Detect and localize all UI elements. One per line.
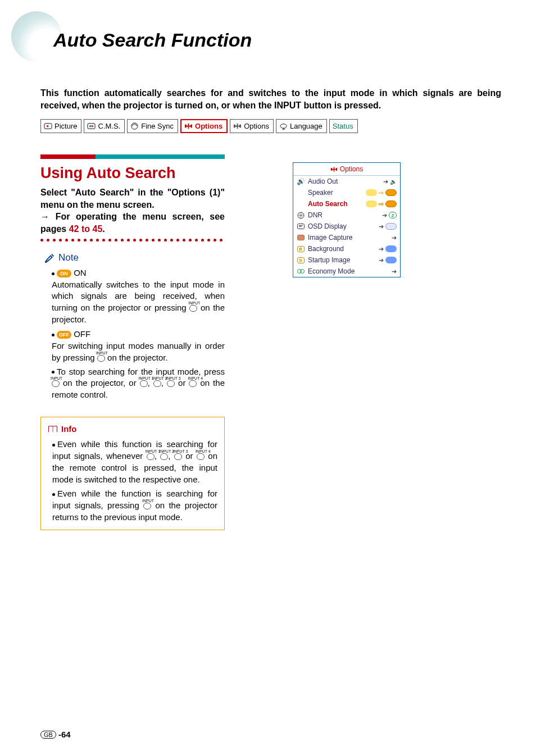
svg-rect-12: [336, 168, 337, 171]
option-label: Auto Search: [307, 200, 364, 208]
osd-icon: [297, 224, 305, 230]
info-label: Info: [61, 423, 77, 435]
input3-button-icon: [174, 453, 182, 460]
tab-options-1[interactable]: Options: [180, 119, 228, 133]
badge-icon: [385, 245, 397, 252]
section-body: Select "Auto Search" in the "Options (1)…: [40, 186, 225, 235]
language-icon: [279, 122, 288, 130]
info-icon: [48, 425, 58, 433]
tab-picture[interactable]: Picture: [40, 119, 81, 133]
svg-rect-9: [239, 125, 241, 128]
background-icon: B: [297, 246, 305, 252]
tab-label: Fine Sync: [141, 122, 174, 130]
option-row-background[interactable]: B Background ➔: [293, 243, 400, 254]
on-pill: ON: [57, 270, 71, 277]
speaker-icon: 🔉: [390, 179, 397, 185]
options-icon: [233, 122, 242, 130]
dot-rule-top: [40, 239, 225, 242]
option-label: Audio Out: [307, 177, 381, 185]
badge-icon: [385, 257, 397, 263]
option-row-startup-image[interactable]: S Startup Image ➔: [293, 254, 400, 266]
input-button-icon: [97, 355, 105, 362]
finesync-icon: [130, 122, 139, 130]
tab-label: C.M.S.: [98, 122, 120, 130]
tab-label: Language: [290, 122, 322, 130]
page-link[interactable]: 42 to 45: [69, 224, 103, 234]
options-menu-window: Options 🔊 Audio Out ➔🔉 Speaker ⇨ Auto Se…: [293, 162, 401, 277]
info-heading: Info: [48, 423, 217, 435]
page-number-text: -64: [58, 730, 71, 739]
svg-point-19: [300, 269, 304, 273]
instruction-2-suffix: .: [102, 224, 105, 234]
tab-cms[interactable]: C.M.S.: [84, 119, 125, 133]
option-label: Speaker: [307, 189, 364, 197]
off-text-tail: on the projector.: [105, 353, 168, 362]
tab-status[interactable]: Status: [329, 119, 358, 133]
tab-label: Picture: [54, 122, 77, 130]
svg-rect-6: [185, 125, 187, 128]
input-button-icon: [52, 380, 60, 387]
tab-options-2[interactable]: Options: [230, 119, 274, 133]
input1-button-icon: [147, 453, 155, 460]
option-row-osd-display[interactable]: OSD Display ➔: [293, 221, 400, 232]
svg-rect-11: [331, 168, 332, 171]
svg-rect-7: [190, 125, 192, 128]
option-row-image-capture[interactable]: Image Capture ➔: [293, 232, 400, 243]
svg-rect-15: [299, 225, 303, 226]
input4-button-icon: [189, 380, 197, 387]
tab-finesync[interactable]: Fine Sync: [127, 119, 178, 133]
instruction-1: Select "Auto Search" in the "Options (1)…: [40, 188, 225, 210]
svg-rect-8: [234, 125, 235, 128]
picture-icon: [44, 122, 52, 130]
economy-icon: [297, 268, 305, 275]
pill-icon: [385, 189, 397, 196]
off-label: OFF: [71, 329, 90, 339]
stop-text-a: To stop searching for the input mode, pr…: [57, 367, 225, 376]
tab-label: Status: [333, 122, 353, 130]
stop-text-b: on the projector, or: [60, 378, 140, 388]
option-label: Economy Mode: [307, 267, 389, 275]
note-label: Note: [58, 252, 79, 263]
option-label: DNR: [307, 211, 380, 219]
pill-icon: [385, 201, 397, 207]
tab-language[interactable]: Language: [276, 119, 327, 133]
options-title-text: Options: [340, 165, 363, 173]
menu-tabs: Picture C.M.S. Fine Sync Options Options…: [40, 119, 358, 133]
option-label: Background: [307, 245, 376, 253]
startup-icon: S: [297, 257, 305, 263]
input4-button-icon: [197, 453, 205, 460]
pill-icon: [366, 201, 377, 207]
option-row-economy-mode[interactable]: Economy Mode ➔: [293, 266, 400, 277]
circle-2-icon: 2: [389, 212, 397, 218]
tab-label: Options: [195, 122, 222, 130]
input2-button-icon: [160, 453, 168, 460]
option-label: Image Capture: [307, 234, 389, 242]
cms-icon: [87, 122, 96, 130]
info-box: Info Even while this function is searchi…: [40, 417, 225, 530]
note-icon: [44, 252, 56, 264]
options-icon: [330, 166, 338, 173]
note-heading: Note: [44, 252, 79, 264]
option-label: OSD Display: [307, 222, 376, 230]
option-row-audio-out[interactable]: 🔊 Audio Out ➔🔉: [293, 176, 400, 187]
svg-point-4: [92, 125, 94, 127]
pill-icon: [366, 189, 377, 196]
capture-icon: [297, 235, 305, 241]
instruction-2-prefix: → For operating the menu screen, see pag…: [40, 212, 225, 234]
options-window-title: Options: [293, 163, 400, 176]
option-row-dnr[interactable]: DNR ➔2: [293, 210, 400, 221]
region-badge: GB: [40, 731, 56, 739]
input1-button-icon: [140, 380, 148, 387]
section-color-bar: [40, 154, 225, 159]
on-label: ON: [71, 268, 87, 277]
options-icon: [184, 122, 193, 130]
option-row-auto-search[interactable]: Auto Search ⇨: [293, 198, 400, 210]
svg-rect-17: [297, 235, 304, 240]
option-row-speaker[interactable]: Speaker ⇨: [293, 187, 400, 198]
audio-out-icon: 🔊: [297, 177, 305, 185]
input3-button-icon: [167, 380, 175, 387]
page-title: Auto Search Function: [53, 29, 252, 51]
option-label: Startup Image: [307, 256, 376, 264]
intro-paragraph: This function automatically searches for…: [40, 87, 501, 111]
svg-rect-16: [299, 226, 302, 227]
